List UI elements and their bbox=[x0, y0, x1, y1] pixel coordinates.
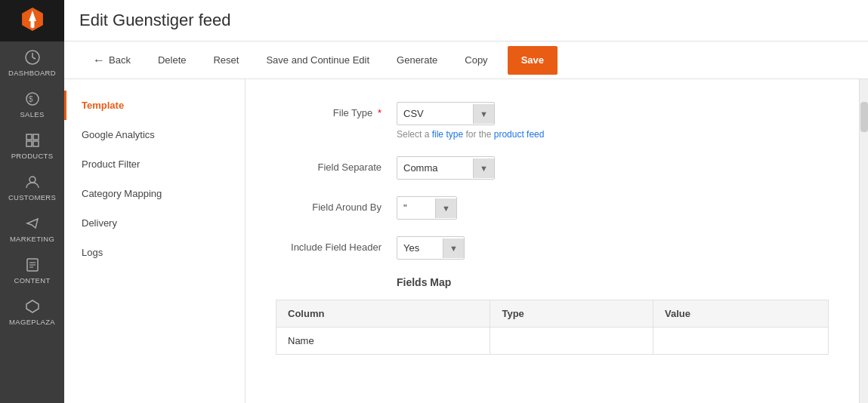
file-type-help-link[interactable]: file type bbox=[432, 129, 463, 140]
file-type-row: File Type * CSV XML TXT ▼ Select a file … bbox=[276, 102, 829, 140]
nav-item-product-filter[interactable]: Product Filter bbox=[64, 149, 245, 179]
required-star: * bbox=[378, 107, 381, 118]
generate-button[interactable]: Generate bbox=[383, 42, 451, 79]
sales-icon: $ bbox=[24, 91, 41, 107]
sidebar-item-dashboard-label: DASHBOARD bbox=[8, 69, 56, 77]
sidebar-item-marketing-label: MARKETING bbox=[10, 235, 54, 243]
field-around-by-row: Field Around By " ' None ▼ bbox=[276, 196, 829, 220]
field-around-by-select-wrapper: " ' None ▼ bbox=[397, 196, 457, 220]
field-separate-select-wrapper: Comma Tab Semicolon Pipe ▼ bbox=[397, 156, 495, 180]
include-field-header-label: Include Field Header bbox=[276, 236, 397, 253]
body-area: Template Google Analytics Product Filter… bbox=[64, 79, 868, 403]
marketing-icon bbox=[24, 215, 41, 232]
save-label: Save bbox=[521, 54, 544, 66]
sidebar-logo bbox=[0, 0, 64, 42]
sidebar-item-mageplaza[interactable]: MAGEPLAZA bbox=[0, 291, 64, 332]
main-area: Edit Guenstiger feed ← Back Delete Reset… bbox=[64, 0, 868, 403]
delete-button[interactable]: Delete bbox=[144, 42, 200, 79]
scrollbar-thumb[interactable] bbox=[860, 102, 868, 132]
nav-item-delivery[interactable]: Delivery bbox=[64, 208, 245, 238]
product-feed-link[interactable]: product feed bbox=[494, 129, 545, 140]
back-button[interactable]: ← Back bbox=[79, 42, 144, 79]
file-type-control: CSV XML TXT ▼ Select a file type for the… bbox=[397, 102, 544, 140]
reset-label: Reset bbox=[213, 54, 239, 66]
svg-rect-6 bbox=[33, 141, 39, 146]
scrollbar-track bbox=[859, 79, 868, 403]
field-separate-label: Field Separate bbox=[276, 156, 397, 173]
page-header: Edit Guenstiger feed bbox=[64, 0, 868, 42]
sidebar-item-products[interactable]: PRODUCTS bbox=[0, 125, 64, 166]
file-type-select[interactable]: CSV XML TXT bbox=[397, 103, 473, 125]
copy-button[interactable]: Copy bbox=[451, 42, 501, 79]
back-arrow-icon: ← bbox=[93, 54, 105, 67]
delete-label: Delete bbox=[158, 54, 187, 66]
sidebar-item-content[interactable]: CONTENT bbox=[0, 249, 64, 291]
mageplaza-icon bbox=[24, 298, 41, 315]
include-field-header-control: Yes No ▼ bbox=[397, 236, 465, 260]
copy-label: Copy bbox=[465, 54, 487, 66]
svg-point-7 bbox=[29, 177, 36, 183]
row-type bbox=[490, 328, 653, 355]
fields-map-table: Column Type Value Name bbox=[276, 300, 829, 355]
sidebar-item-marketing[interactable]: MARKETING bbox=[0, 208, 64, 249]
sidebar-item-products-label: PRODUCTS bbox=[11, 152, 54, 160]
field-separate-select[interactable]: Comma Tab Semicolon Pipe bbox=[397, 157, 473, 179]
page-title: Edit Guenstiger feed bbox=[79, 11, 231, 30]
field-separate-control: Comma Tab Semicolon Pipe ▼ bbox=[397, 156, 495, 180]
include-field-header-select[interactable]: Yes No bbox=[397, 237, 443, 259]
fields-map-title: Fields Map bbox=[276, 276, 829, 288]
dashboard-icon bbox=[24, 49, 41, 66]
include-field-header-select-wrapper: Yes No ▼ bbox=[397, 236, 465, 260]
back-label: Back bbox=[109, 54, 131, 66]
nav-item-template[interactable]: Template bbox=[64, 91, 245, 120]
file-type-label: File Type * bbox=[276, 102, 397, 118]
table-row: Name bbox=[276, 328, 829, 355]
sidebar-item-customers[interactable]: CUSTOMERS bbox=[0, 166, 64, 208]
save-button[interactable]: Save bbox=[508, 46, 558, 75]
save-continue-label: Save and Continue Edit bbox=[266, 54, 369, 66]
sidebar-item-customers-label: CUSTOMERS bbox=[8, 193, 56, 202]
sidebar-item-content-label: CONTENT bbox=[14, 276, 50, 285]
svg-rect-5 bbox=[26, 141, 32, 146]
include-field-header-dropdown-arrow[interactable]: ▼ bbox=[443, 238, 464, 258]
svg-marker-12 bbox=[26, 300, 39, 312]
row-value bbox=[653, 328, 829, 355]
field-around-by-control: " ' None ▼ bbox=[397, 196, 457, 220]
sidebar: DASHBOARD $ SALES PRODUCTS CUSTOMERS MAR… bbox=[0, 0, 64, 403]
content-area: File Type * CSV XML TXT ▼ Select a file … bbox=[246, 79, 859, 403]
nav-item-logs[interactable]: Logs bbox=[64, 238, 245, 267]
field-separate-dropdown-arrow[interactable]: ▼ bbox=[473, 158, 494, 178]
include-field-header-row: Include Field Header Yes No ▼ bbox=[276, 236, 829, 260]
save-continue-button[interactable]: Save and Continue Edit bbox=[252, 42, 383, 79]
field-around-by-label: Field Around By bbox=[276, 196, 397, 213]
sidebar-item-sales-label: SALES bbox=[20, 110, 44, 118]
svg-text:$: $ bbox=[29, 95, 33, 103]
nav-item-category-mapping[interactable]: Category Mapping bbox=[64, 179, 245, 208]
field-around-by-dropdown-arrow[interactable]: ▼ bbox=[435, 198, 456, 218]
row-column-name: Name bbox=[276, 328, 490, 355]
file-type-help: Select a file type for the product feed bbox=[397, 129, 544, 140]
column-header-value: Value bbox=[653, 300, 829, 328]
toolbar: ← Back Delete Reset Save and Continue Ed… bbox=[64, 42, 868, 79]
svg-rect-4 bbox=[33, 134, 39, 140]
field-around-by-select[interactable]: " ' None bbox=[397, 197, 435, 219]
magento-logo-icon bbox=[19, 8, 46, 35]
sidebar-item-dashboard[interactable]: DASHBOARD bbox=[0, 42, 64, 83]
file-type-select-wrapper: CSV XML TXT ▼ bbox=[397, 102, 495, 125]
reset-button[interactable]: Reset bbox=[199, 42, 252, 79]
sidebar-item-mageplaza-label: MAGEPLAZA bbox=[9, 318, 55, 326]
file-type-dropdown-arrow[interactable]: ▼ bbox=[473, 104, 494, 124]
column-header-type: Type bbox=[490, 300, 653, 328]
products-icon bbox=[24, 132, 41, 149]
generate-label: Generate bbox=[397, 54, 437, 66]
left-nav: Template Google Analytics Product Filter… bbox=[64, 79, 246, 403]
sidebar-item-sales[interactable]: $ SALES bbox=[0, 83, 64, 125]
content-icon bbox=[24, 257, 41, 273]
nav-item-google-analytics[interactable]: Google Analytics bbox=[64, 120, 245, 149]
customers-icon bbox=[24, 174, 41, 190]
column-header-column: Column bbox=[276, 300, 490, 328]
field-separate-row: Field Separate Comma Tab Semicolon Pipe … bbox=[276, 156, 829, 180]
svg-rect-3 bbox=[26, 134, 32, 140]
